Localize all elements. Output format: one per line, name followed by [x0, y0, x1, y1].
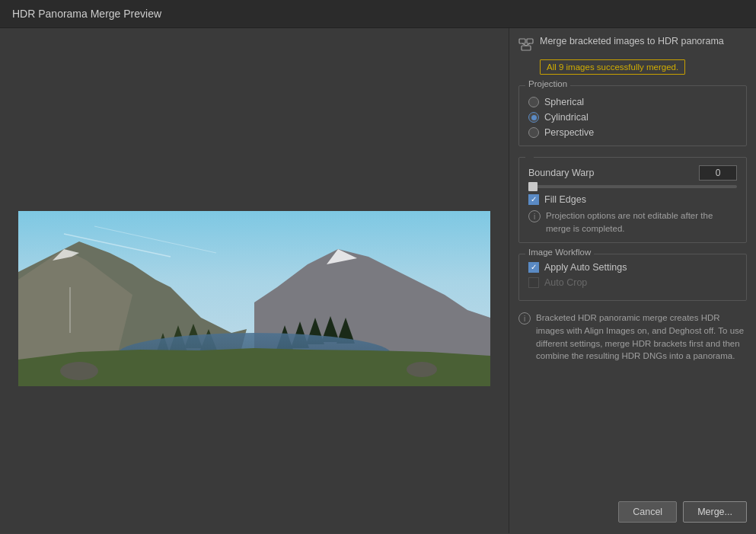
radio-perspective-label: Perspective: [544, 127, 594, 138]
boundary-warp-section: Boundary Warp Fill Edges i Projection op…: [518, 157, 747, 243]
info-icon: i: [528, 210, 541, 222]
projection-info-text: Projection options are not editable afte…: [546, 209, 737, 235]
left-panel: [0, 28, 509, 533]
page-title: HDR Panorama Merge Preview: [12, 8, 161, 20]
svg-rect-22: [519, 39, 525, 43]
boundary-warp-slider-thumb[interactable]: [528, 182, 537, 191]
main-info-row: i Bracketed HDR panoramic merge creates …: [518, 312, 747, 363]
image-workflow-section: Image Workflow Apply Auto Settings Auto …: [518, 254, 747, 301]
auto-crop-row: Auto Crop: [528, 277, 737, 288]
svg-rect-24: [522, 46, 531, 50]
radio-cylindrical-label: Cylindrical: [544, 112, 589, 123]
projection-section: Projection Spherical Cylindrical Perspec…: [518, 85, 747, 146]
merge-button[interactable]: Merge...: [683, 501, 747, 523]
boundary-warp-input[interactable]: [699, 165, 737, 181]
boundary-warp-slider-track: [528, 185, 737, 188]
boundary-warp-row: Boundary Warp: [528, 165, 737, 181]
cancel-button[interactable]: Cancel: [618, 501, 677, 523]
title-bar: HDR Panorama Merge Preview: [0, 0, 756, 28]
auto-crop-label: Auto Crop: [544, 277, 587, 288]
fill-edges-checkbox[interactable]: [528, 194, 539, 205]
fill-edges-row: Fill Edges: [528, 194, 737, 205]
apply-auto-settings-checkbox[interactable]: [528, 262, 539, 273]
projection-radio-group: Spherical Cylindrical Perspective: [528, 94, 737, 138]
merge-icon: [518, 37, 534, 52]
image-workflow-label: Image Workflow: [525, 248, 594, 257]
boundary-warp-label: Boundary Warp: [528, 168, 594, 178]
preview-image: [18, 211, 490, 386]
apply-auto-settings-row: Apply Auto Settings: [528, 262, 737, 273]
auto-crop-checkbox[interactable]: [528, 277, 539, 288]
radio-spherical-label: Spherical: [544, 97, 584, 107]
fill-edges-label: Fill Edges: [544, 194, 586, 205]
boundary-warp-section-label: [525, 151, 534, 160]
svg-point-20: [407, 362, 437, 377]
success-badge: All 9 images successfully merged.: [518, 59, 747, 75]
main-info-icon: i: [518, 312, 531, 325]
main-info-text: Bracketed HDR panoramic merge creates HD…: [536, 312, 747, 363]
preview-container: [18, 211, 490, 386]
main-layout: Merge bracketed images to HDR panorama A…: [0, 28, 756, 533]
right-panel: Merge bracketed images to HDR panorama A…: [509, 28, 756, 533]
button-row: Cancel Merge...: [518, 494, 747, 526]
radio-cylindrical[interactable]: Cylindrical: [528, 112, 737, 123]
radio-perspective-circle: [528, 127, 539, 138]
projection-info-row: i Projection options are not editable af…: [528, 209, 737, 235]
projection-label: Projection: [525, 79, 570, 88]
apply-auto-settings-label: Apply Auto Settings: [544, 262, 627, 273]
boundary-warp-slider-container: [528, 185, 737, 188]
merge-header: Merge bracketed images to HDR panorama: [518, 36, 747, 52]
radio-spherical[interactable]: Spherical: [528, 97, 737, 107]
radio-spherical-circle: [528, 97, 539, 107]
radio-cylindrical-circle: [528, 112, 539, 123]
svg-rect-23: [527, 39, 533, 43]
radio-perspective[interactable]: Perspective: [528, 127, 737, 138]
merge-title: Merge bracketed images to HDR panorama: [540, 36, 724, 46]
svg-point-19: [60, 362, 98, 380]
